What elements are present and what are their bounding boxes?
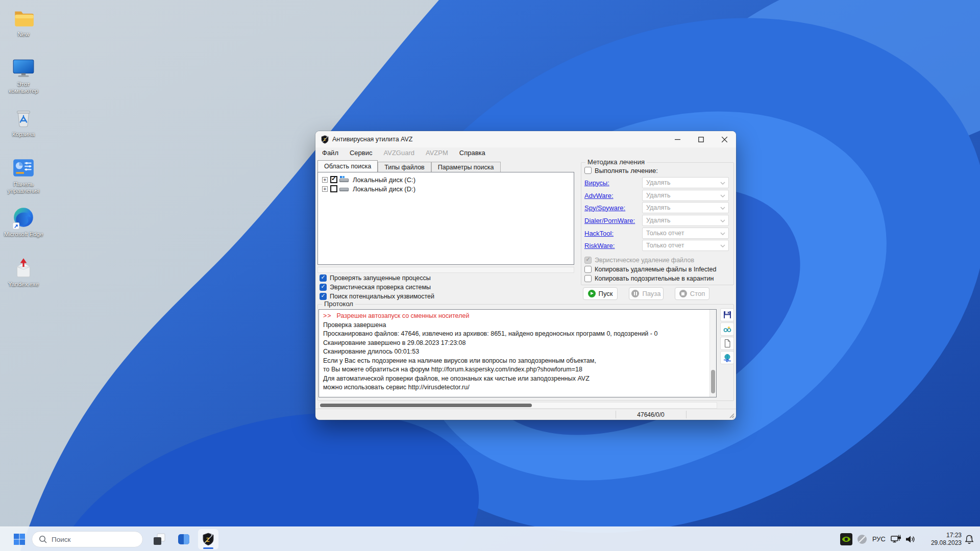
split-window-icon	[178, 533, 190, 545]
tray-nvidia[interactable]	[840, 533, 852, 545]
log-vertical-scrollbar[interactable]	[709, 310, 716, 397]
menu-help[interactable]: Справка	[454, 147, 491, 160]
advware-select[interactable]: Удалять	[642, 190, 729, 201]
desktop-icon-control-panel[interactable]: Панель управления	[3, 156, 44, 194]
language-indicator[interactable]: РУС	[869, 535, 889, 543]
tree-item-disk-c[interactable]: Локальный диск (C:)	[322, 175, 415, 184]
taskbar-avz-app[interactable]: Z	[198, 529, 218, 549]
log-line: >>Разрешен автозапуск со сменных носител…	[323, 312, 707, 321]
title-bar[interactable]: Z Антивирусная утилита AVZ	[315, 131, 736, 147]
yandex-installer-icon	[12, 256, 35, 280]
checkbox-unchecked[interactable]	[584, 167, 592, 174]
log-line: Сканирование длилось 00:01:53	[323, 347, 707, 357]
tray-clock[interactable]: 17:23 29.08.2023	[918, 532, 962, 547]
viruses-select[interactable]: Удалять	[642, 177, 729, 188]
desktop-icon-recycle-bin[interactable]: Корзина	[3, 106, 44, 138]
window-title: Антивирусная утилита AVZ	[332, 136, 412, 143]
spyware-select[interactable]: Удалять	[642, 202, 729, 213]
taskbar-search[interactable]: Поиск	[32, 531, 143, 547]
blocked-status-icon	[856, 534, 868, 545]
close-button[interactable]	[713, 131, 736, 147]
treatment-row-riskware: RiskWare: Только отчет	[584, 240, 615, 251]
tray-notifications[interactable]: z	[964, 534, 975, 545]
status-bar: 47646/0/0	[315, 409, 736, 420]
taskbar: Поиск Z	[0, 527, 980, 551]
option-check-processes[interactable]: Проверять запущенные процессы	[320, 274, 431, 282]
menu-file[interactable]: Файл	[316, 147, 344, 160]
checkbox-checked[interactable]	[320, 293, 327, 300]
option-vulnerability-search[interactable]: Поиск потенциальных уязвимостей	[320, 292, 434, 300]
log-line: Просканировано файлов: 47646, извлечено …	[323, 330, 707, 339]
maximize-button[interactable]	[689, 131, 713, 147]
option-copy-deleted-infected[interactable]: Копировать удаляемые файлы в Infected	[584, 265, 716, 273]
chevron-down-icon	[720, 182, 725, 185]
tab-file-types[interactable]: Типы файлов	[378, 162, 431, 172]
dialer-link[interactable]: Dialer/PornWare:	[584, 217, 635, 224]
hacktool-link[interactable]: HackTool:	[584, 230, 614, 237]
desktop-icon-edge[interactable]: Microsoft Edge	[3, 206, 44, 238]
statusbar-divider	[686, 411, 687, 418]
tree-checkbox-checked[interactable]	[330, 176, 337, 183]
perform-treatment-checkbox-row[interactable]: Выполнять лечение:	[584, 166, 658, 174]
minimize-button[interactable]	[666, 131, 689, 147]
select-value: Удалять	[646, 204, 671, 211]
checkbox-checked[interactable]	[320, 284, 327, 291]
riskware-link[interactable]: RiskWare:	[584, 242, 615, 249]
option-label: Копировать подозрительные в карантин	[595, 275, 714, 282]
desktop: New Этот компьютер Корзина	[0, 0, 980, 551]
option-label: Поиск потенциальных уязвимостей	[330, 293, 434, 300]
tab-search-area[interactable]: Область поиска	[317, 160, 378, 172]
minimize-icon	[675, 137, 680, 142]
clear-log-button[interactable]	[720, 337, 734, 350]
desktop-icon-new-folder[interactable]: New	[3, 6, 44, 38]
hacktool-select[interactable]: Только отчет	[642, 228, 729, 239]
tree-item-label: Локальный диск (C:)	[353, 176, 415, 184]
checkbox-unchecked[interactable]	[584, 266, 592, 273]
desktop-icon-label: Панель управления	[3, 181, 44, 194]
tray-status-blocked[interactable]	[856, 534, 868, 545]
option-heuristic-check[interactable]: Эвристическая проверка системы	[320, 283, 431, 291]
file-explorer-button[interactable]	[174, 529, 194, 549]
spyware-link[interactable]: Spy/Spyware:	[584, 204, 625, 212]
riskware-select[interactable]: Только отчет	[642, 240, 729, 251]
checkbox-unchecked[interactable]	[584, 275, 592, 282]
advware-link[interactable]: AdvWare:	[584, 192, 614, 199]
tray-volume[interactable]	[904, 534, 916, 545]
desktop-icon-this-pc[interactable]: Этот компьютер	[3, 56, 44, 94]
chevron-down-icon	[720, 232, 725, 235]
windows-logo-icon	[13, 533, 26, 546]
web-submit-button[interactable]	[720, 351, 734, 364]
scrollbar-thumb[interactable]	[711, 370, 715, 393]
view-log-button[interactable]	[720, 322, 734, 336]
control-panel-icon	[12, 156, 35, 180]
desktop-icon-yandex-exe[interactable]: Yandex.exe	[3, 256, 44, 288]
desktop-icon-label: Microsoft Edge	[3, 231, 44, 238]
expand-plus-icon[interactable]	[322, 177, 328, 183]
avz-window: Z Антивирусная утилита AVZ Файл Сервис A…	[315, 131, 736, 420]
tray-network[interactable]	[890, 534, 901, 545]
log-horizontal-scrollbar[interactable]	[318, 402, 717, 409]
groupbox-title: Методика лечения	[585, 158, 647, 166]
dialer-select[interactable]: Удалять	[642, 215, 729, 226]
tree-checkbox-unchecked[interactable]	[330, 185, 337, 192]
option-copy-suspicious-quarantine[interactable]: Копировать подозрительные в карантин	[584, 274, 714, 283]
scrollbar-thumb[interactable]	[320, 404, 532, 407]
log-line: можно использовать сервис http://virusde…	[323, 383, 707, 392]
save-log-button[interactable]	[720, 308, 734, 321]
tab-search-parameters[interactable]: Параметры поиска	[431, 162, 501, 172]
svg-text:Z: Z	[324, 137, 326, 142]
viruses-link[interactable]: Вирусы:	[584, 179, 609, 187]
groupbox-title: Протокол	[322, 300, 355, 308]
tree-item-disk-d[interactable]: Локальный диск (D:)	[322, 184, 415, 193]
checkbox-checked[interactable]	[320, 274, 327, 282]
menu-service[interactable]: Сервис	[344, 147, 378, 160]
resize-grip[interactable]	[728, 412, 734, 418]
select-value: Удалять	[646, 217, 671, 224]
start-button[interactable]: Пуск	[583, 287, 618, 300]
tree-horizontal-scrollbar[interactable]	[317, 267, 574, 273]
expand-plus-icon[interactable]	[322, 186, 328, 192]
task-view-button[interactable]	[149, 529, 169, 549]
pause-icon	[631, 290, 639, 297]
start-button[interactable]	[9, 529, 30, 549]
protocol-log[interactable]: >>Разрешен автозапуск со сменных носител…	[318, 309, 717, 397]
